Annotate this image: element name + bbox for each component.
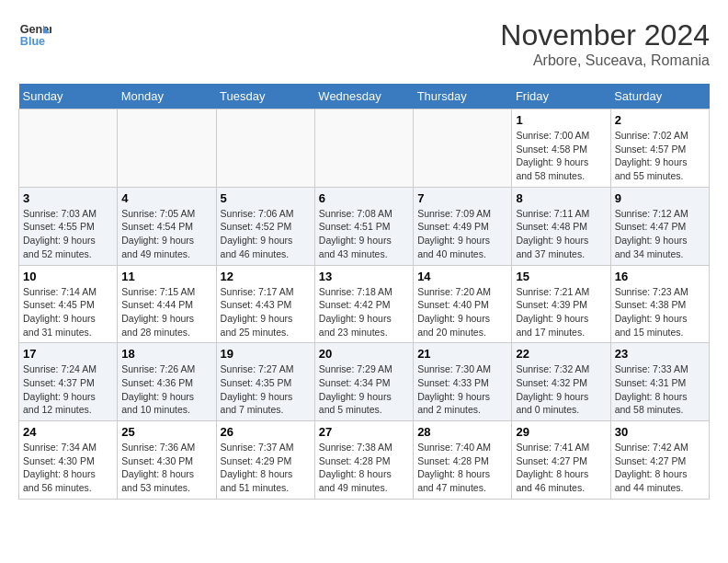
- day-number: 18: [121, 347, 211, 361]
- day-info: Sunrise: 7:12 AM Sunset: 4:47 PM Dayligh…: [615, 207, 705, 261]
- calendar-cell: 25Sunrise: 7:36 AM Sunset: 4:30 PM Dayli…: [118, 421, 216, 500]
- calendar-cell: 16Sunrise: 7:23 AM Sunset: 4:38 PM Dayli…: [610, 265, 709, 343]
- day-number: 30: [615, 425, 705, 439]
- calendar-cell: 20Sunrise: 7:29 AM Sunset: 4:34 PM Dayli…: [314, 343, 413, 421]
- day-info: Sunrise: 7:02 AM Sunset: 4:57 PM Dayligh…: [615, 129, 705, 183]
- month-title: November 2024: [500, 18, 710, 52]
- calendar-cell: 11Sunrise: 7:15 AM Sunset: 4:44 PM Dayli…: [118, 265, 216, 343]
- day-info: Sunrise: 7:03 AM Sunset: 4:55 PM Dayligh…: [23, 207, 113, 261]
- day-info: Sunrise: 7:27 AM Sunset: 4:35 PM Dayligh…: [221, 362, 311, 417]
- calendar-cell: 28Sunrise: 7:40 AM Sunset: 4:28 PM Dayli…: [414, 421, 512, 500]
- calendar-cell: 4Sunrise: 7:05 AM Sunset: 4:54 PM Daylig…: [118, 187, 216, 265]
- day-number: 21: [417, 347, 507, 361]
- week-row-1: 1Sunrise: 7:00 AM Sunset: 4:58 PM Daylig…: [19, 109, 710, 188]
- weekday-header-tuesday: Tuesday: [216, 84, 314, 109]
- calendar-cell: [414, 109, 512, 188]
- calendar-body: 1Sunrise: 7:00 AM Sunset: 4:58 PM Daylig…: [19, 109, 710, 500]
- calendar-cell: 2Sunrise: 7:02 AM Sunset: 4:57 PM Daylig…: [610, 109, 709, 188]
- day-info: Sunrise: 7:21 AM Sunset: 4:39 PM Dayligh…: [516, 285, 606, 339]
- day-number: 3: [23, 191, 113, 205]
- day-info: Sunrise: 7:30 AM Sunset: 4:33 PM Dayligh…: [417, 362, 507, 417]
- weekday-header-wednesday: Wednesday: [314, 84, 413, 109]
- day-info: Sunrise: 7:36 AM Sunset: 4:30 PM Dayligh…: [121, 441, 211, 495]
- weekday-header-thursday: Thursday: [414, 84, 512, 109]
- calendar-cell: 15Sunrise: 7:21 AM Sunset: 4:39 PM Dayli…: [512, 265, 610, 343]
- day-number: 7: [417, 191, 507, 205]
- day-info: Sunrise: 7:40 AM Sunset: 4:28 PM Dayligh…: [417, 441, 507, 495]
- day-number: 1: [516, 113, 606, 127]
- calendar-cell: 27Sunrise: 7:38 AM Sunset: 4:28 PM Dayli…: [314, 421, 413, 500]
- calendar-cell: 30Sunrise: 7:42 AM Sunset: 4:27 PM Dayli…: [610, 421, 709, 500]
- calendar-cell: [314, 109, 413, 188]
- weekday-header-row: SundayMondayTuesdayWednesdayThursdayFrid…: [19, 84, 710, 109]
- day-info: Sunrise: 7:24 AM Sunset: 4:37 PM Dayligh…: [23, 362, 113, 417]
- day-info: Sunrise: 7:05 AM Sunset: 4:54 PM Dayligh…: [121, 207, 211, 261]
- day-info: Sunrise: 7:15 AM Sunset: 4:44 PM Dayligh…: [121, 285, 211, 339]
- weekday-header-monday: Monday: [118, 84, 216, 109]
- day-number: 13: [319, 270, 409, 283]
- week-row-5: 24Sunrise: 7:34 AM Sunset: 4:30 PM Dayli…: [19, 421, 710, 500]
- logo: General Blue: [18, 18, 51, 52]
- day-number: 20: [319, 347, 409, 361]
- calendar-cell: 3Sunrise: 7:03 AM Sunset: 4:55 PM Daylig…: [19, 187, 118, 265]
- calendar-cell: 21Sunrise: 7:30 AM Sunset: 4:33 PM Dayli…: [414, 343, 512, 421]
- day-info: Sunrise: 7:33 AM Sunset: 4:31 PM Dayligh…: [615, 362, 705, 417]
- subtitle: Arbore, Suceava, Romania: [500, 52, 710, 69]
- day-info: Sunrise: 7:14 AM Sunset: 4:45 PM Dayligh…: [23, 285, 113, 339]
- day-number: 23: [615, 347, 705, 361]
- day-number: 28: [417, 425, 507, 439]
- day-number: 22: [516, 347, 606, 361]
- calendar-cell: 24Sunrise: 7:34 AM Sunset: 4:30 PM Dayli…: [19, 421, 118, 500]
- day-info: Sunrise: 7:37 AM Sunset: 4:29 PM Dayligh…: [221, 441, 311, 495]
- day-info: Sunrise: 7:26 AM Sunset: 4:36 PM Dayligh…: [121, 362, 211, 417]
- day-info: Sunrise: 7:41 AM Sunset: 4:27 PM Dayligh…: [516, 441, 606, 495]
- calendar-cell: 8Sunrise: 7:11 AM Sunset: 4:48 PM Daylig…: [512, 187, 610, 265]
- day-number: 26: [221, 425, 311, 439]
- day-info: Sunrise: 7:34 AM Sunset: 4:30 PM Dayligh…: [23, 441, 113, 495]
- calendar-cell: 23Sunrise: 7:33 AM Sunset: 4:31 PM Dayli…: [610, 343, 709, 421]
- calendar-cell: 6Sunrise: 7:08 AM Sunset: 4:51 PM Daylig…: [314, 187, 413, 265]
- calendar-cell: 12Sunrise: 7:17 AM Sunset: 4:43 PM Dayli…: [216, 265, 314, 343]
- day-info: Sunrise: 7:08 AM Sunset: 4:51 PM Dayligh…: [319, 207, 409, 261]
- day-number: 25: [121, 425, 211, 439]
- day-number: 12: [221, 270, 311, 283]
- week-row-4: 17Sunrise: 7:24 AM Sunset: 4:37 PM Dayli…: [19, 343, 710, 421]
- day-number: 6: [319, 191, 409, 205]
- calendar-cell: 17Sunrise: 7:24 AM Sunset: 4:37 PM Dayli…: [19, 343, 118, 421]
- day-number: 9: [615, 191, 705, 205]
- day-info: Sunrise: 7:09 AM Sunset: 4:49 PM Dayligh…: [417, 207, 507, 261]
- calendar-cell: 29Sunrise: 7:41 AM Sunset: 4:27 PM Dayli…: [512, 421, 610, 500]
- day-number: 11: [121, 270, 211, 283]
- day-number: 2: [615, 113, 705, 127]
- header: General Blue November 2024 Arbore, Sucea…: [18, 18, 710, 69]
- weekday-header-friday: Friday: [512, 84, 610, 109]
- week-row-3: 10Sunrise: 7:14 AM Sunset: 4:45 PM Dayli…: [19, 265, 710, 343]
- day-number: 5: [221, 191, 311, 205]
- logo-icon: General Blue: [18, 18, 51, 52]
- calendar-cell: 9Sunrise: 7:12 AM Sunset: 4:47 PM Daylig…: [610, 187, 709, 265]
- calendar-cell: 26Sunrise: 7:37 AM Sunset: 4:29 PM Dayli…: [216, 421, 314, 500]
- calendar-cell: 22Sunrise: 7:32 AM Sunset: 4:32 PM Dayli…: [512, 343, 610, 421]
- day-info: Sunrise: 7:23 AM Sunset: 4:38 PM Dayligh…: [615, 285, 705, 339]
- day-number: 8: [516, 191, 606, 205]
- day-info: Sunrise: 7:42 AM Sunset: 4:27 PM Dayligh…: [615, 441, 705, 495]
- calendar-cell: 7Sunrise: 7:09 AM Sunset: 4:49 PM Daylig…: [414, 187, 512, 265]
- calendar-cell: 19Sunrise: 7:27 AM Sunset: 4:35 PM Dayli…: [216, 343, 314, 421]
- day-number: 27: [319, 425, 409, 439]
- day-number: 16: [615, 270, 705, 283]
- calendar-cell: 5Sunrise: 7:06 AM Sunset: 4:52 PM Daylig…: [216, 187, 314, 265]
- day-info: Sunrise: 7:29 AM Sunset: 4:34 PM Dayligh…: [319, 362, 409, 417]
- calendar-cell: 13Sunrise: 7:18 AM Sunset: 4:42 PM Dayli…: [314, 265, 413, 343]
- day-number: 19: [221, 347, 311, 361]
- calendar-cell: 18Sunrise: 7:26 AM Sunset: 4:36 PM Dayli…: [118, 343, 216, 421]
- day-number: 4: [121, 191, 211, 205]
- day-info: Sunrise: 7:20 AM Sunset: 4:40 PM Dayligh…: [417, 285, 507, 339]
- calendar-cell: [19, 109, 118, 188]
- day-info: Sunrise: 7:17 AM Sunset: 4:43 PM Dayligh…: [221, 285, 311, 339]
- calendar-header: SundayMondayTuesdayWednesdayThursdayFrid…: [19, 84, 710, 109]
- day-number: 14: [417, 270, 507, 283]
- svg-text:Blue: Blue: [20, 35, 45, 48]
- week-row-2: 3Sunrise: 7:03 AM Sunset: 4:55 PM Daylig…: [19, 187, 710, 265]
- day-number: 29: [516, 425, 606, 439]
- day-info: Sunrise: 7:32 AM Sunset: 4:32 PM Dayligh…: [516, 362, 606, 417]
